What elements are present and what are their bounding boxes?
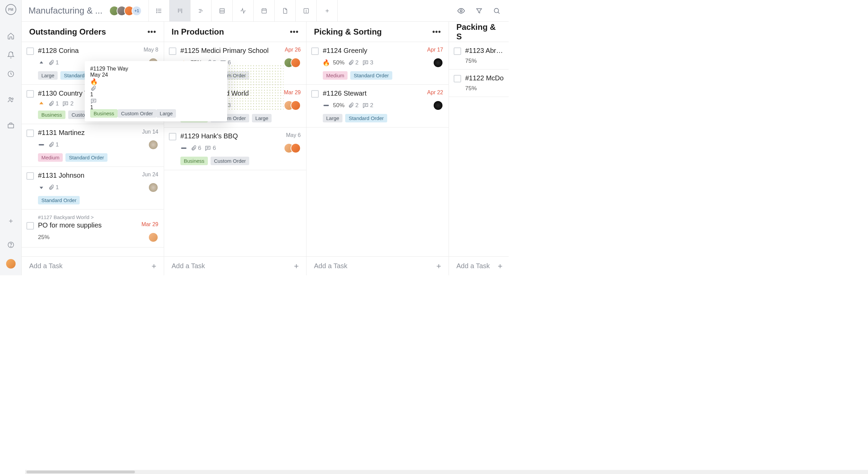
attachment-count: 2 — [348, 102, 358, 109]
assignees[interactable] — [433, 100, 443, 111]
assignee-avatar[interactable] — [148, 182, 158, 193]
task-title[interactable]: #1125 Medici Primary School — [180, 47, 282, 55]
attachment-count: 6 — [191, 145, 201, 152]
project-title[interactable]: Manufacturing & ... — [28, 5, 102, 16]
add-task-button[interactable]: Add a Task+ — [307, 256, 449, 275]
risk-view-tab[interactable] — [296, 0, 317, 22]
sheet-view-tab[interactable] — [212, 0, 233, 22]
visibility-icon[interactable] — [457, 7, 465, 15]
column-menu-icon[interactable]: ••• — [290, 27, 299, 36]
task-checkbox[interactable] — [26, 130, 34, 137]
board-view-tab[interactable] — [170, 0, 191, 22]
column-menu-icon[interactable]: ••• — [432, 27, 441, 36]
assignees[interactable] — [284, 100, 301, 111]
filter-icon[interactable] — [475, 7, 483, 15]
task-checkbox[interactable] — [311, 47, 319, 55]
clock-icon[interactable] — [7, 70, 15, 78]
due-date: May 8 — [143, 47, 158, 53]
task-checkbox[interactable] — [169, 133, 176, 140]
task-card[interactable]: #1129 Hank's BBQMay 666BusinessCustom Or… — [164, 127, 306, 170]
assignee-avatar[interactable] — [433, 58, 443, 68]
app-logo[interactable]: PM — [5, 4, 16, 15]
parent-task-link[interactable]: #1127 Backyard World > — [26, 214, 158, 220]
tag[interactable]: Large — [252, 114, 272, 122]
task-title[interactable]: #1131 Johnson — [38, 172, 139, 179]
search-icon[interactable] — [493, 7, 500, 15]
assignees[interactable] — [433, 58, 443, 68]
tag[interactable]: Standard Order — [345, 114, 387, 122]
task-title[interactable]: #1131 Martinez — [38, 129, 139, 137]
dragging-card[interactable]: #1129 The WayMay 24🔥11BusinessCustom Ord… — [85, 61, 227, 121]
tag[interactable]: Custom Order — [211, 157, 249, 165]
home-icon[interactable] — [7, 32, 15, 40]
task-card[interactable]: #1122 McDo75% — [449, 70, 509, 97]
assignees[interactable] — [148, 182, 158, 193]
task-title[interactable]: #1124 Greenly — [323, 47, 425, 55]
add-task-button[interactable]: Add a Task+ — [164, 256, 306, 275]
assignees[interactable] — [148, 232, 158, 242]
assignee-avatar[interactable] — [291, 100, 301, 111]
task-checkbox[interactable] — [26, 47, 34, 55]
task-card[interactable]: #1124 GreenlyApr 17🔥50%23MediumStandard … — [307, 42, 449, 85]
calendar-view-tab[interactable] — [254, 0, 275, 22]
assignee-avatar[interactable] — [148, 140, 158, 150]
bell-icon[interactable] — [7, 51, 15, 59]
team-icon[interactable] — [7, 96, 15, 104]
tag[interactable]: Large — [38, 71, 58, 80]
svg-rect-19 — [220, 8, 224, 13]
task-checkbox[interactable] — [169, 47, 176, 55]
left-nav-rail: PM — [0, 0, 22, 275]
assignee-avatar[interactable] — [291, 58, 301, 68]
task-title[interactable]: PO for more supplies — [38, 221, 139, 229]
assignees[interactable] — [284, 58, 301, 68]
task-card[interactable]: #1123 Abram75% — [449, 42, 509, 70]
member-more-count[interactable]: +1 — [132, 6, 142, 16]
task-title[interactable]: #1129 Hank's BBQ — [180, 132, 283, 140]
task-card[interactable]: #1127 Backyard World >PO for more suppli… — [22, 210, 164, 248]
tag[interactable]: Standard Order — [65, 153, 107, 162]
assignees[interactable] — [148, 140, 158, 150]
tag[interactable]: Business — [38, 111, 65, 119]
task-card[interactable]: #1131 JohnsonJun 241Standard Order — [22, 167, 164, 210]
assignee-avatar[interactable] — [148, 232, 158, 242]
tag[interactable]: Medium — [323, 71, 348, 80]
add-icon[interactable] — [7, 217, 15, 225]
assignee-avatar[interactable] — [291, 143, 301, 153]
assignees[interactable] — [284, 143, 301, 153]
add-task-button[interactable]: Add a Task+ — [22, 256, 164, 275]
briefcase-icon[interactable] — [7, 121, 15, 130]
add-view-tab[interactable] — [317, 0, 338, 22]
column-title: Picking & Sorting — [314, 27, 382, 37]
task-card[interactable]: #1131 MartinezJun 141MediumStandard Orde… — [22, 124, 164, 167]
activity-view-tab[interactable] — [233, 0, 254, 22]
task-title[interactable]: #1128 Corina — [38, 47, 141, 55]
current-user-avatar[interactable] — [6, 259, 16, 269]
tag[interactable]: Medium — [38, 153, 63, 162]
task-title[interactable]: #1123 Abram — [465, 47, 505, 55]
progress-percent: 25% — [38, 234, 50, 241]
help-icon[interactable] — [7, 241, 15, 249]
assignee-avatar[interactable] — [433, 100, 443, 111]
gantt-view-tab[interactable] — [191, 0, 212, 22]
tag[interactable]: Standard Order — [38, 196, 80, 204]
task-checkbox[interactable] — [311, 90, 319, 98]
tag: Custom Order — [118, 109, 156, 118]
progress-percent: 75% — [465, 85, 477, 92]
list-view-tab[interactable] — [149, 0, 170, 22]
board-column: Packing & S#1123 Abram75%#1122 McDo75%Ad… — [449, 22, 509, 275]
task-title[interactable]: #1126 Stewart — [323, 90, 425, 97]
tag[interactable]: Business — [180, 157, 208, 165]
task-checkbox[interactable] — [454, 75, 461, 82]
tag[interactable]: Large — [323, 114, 342, 122]
file-view-tab[interactable] — [275, 0, 296, 22]
task-checkbox[interactable] — [26, 172, 34, 180]
project-members[interactable]: +1 — [109, 6, 142, 16]
tag[interactable]: Standard Order — [350, 71, 392, 80]
task-checkbox[interactable] — [26, 222, 34, 230]
task-checkbox[interactable] — [454, 47, 461, 55]
task-checkbox[interactable] — [26, 90, 34, 98]
add-task-button[interactable]: Add a Task+ — [449, 256, 509, 275]
column-menu-icon[interactable]: ••• — [147, 27, 156, 36]
task-card[interactable]: #1126 StewartApr 2250%22LargeStandard Or… — [307, 85, 449, 127]
task-title[interactable]: #1122 McDo — [465, 74, 505, 82]
